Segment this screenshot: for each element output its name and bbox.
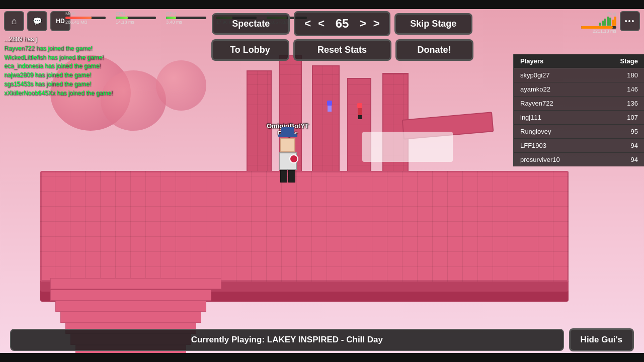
ping-bar-3	[604, 19, 606, 26]
cpu-stat: CPU 14.18 ms	[116, 11, 156, 25]
remote-player-1	[327, 101, 332, 112]
player-legs	[274, 170, 301, 183]
donate-button[interactable]: Donate!	[395, 39, 473, 61]
lb-player-3-stage: 136	[627, 100, 638, 107]
stack-4	[60, 312, 201, 323]
roblox-icons-row: ⌂ 💬 HD	[4, 11, 70, 31]
lb-player-6-stage: 94	[631, 142, 638, 149]
hat-brim	[278, 134, 297, 137]
bg-blob-3	[156, 60, 206, 111]
lb-player-4-stage: 107	[627, 114, 638, 121]
leaderboard-header: Players Stage	[514, 54, 644, 68]
mem-stat: Mem 286.41 MB	[65, 11, 106, 25]
player-leg-right	[288, 170, 295, 183]
lb-player-1-stage: 180	[627, 71, 638, 79]
stage-counter: < < 65 > >	[294, 11, 390, 36]
ping-panel: Ping 2211.18 ms	[581, 11, 616, 34]
tower-3	[312, 65, 340, 176]
leaderboard-row-1: skyp0gi27 180	[514, 68, 644, 82]
lb-player-3-name: Rayven722	[520, 100, 553, 107]
bottom-bar: Currently Playing: LAKEY INSPIRED - Chil…	[0, 327, 644, 353]
chat-line-1: ...2809 has j	[4, 35, 150, 44]
chat-panel: ...2809 has j Rayven722 has joined the g…	[4, 35, 150, 98]
ping-bar-4	[607, 17, 609, 26]
leaderboard-row-7: prosurviver10 94	[514, 153, 644, 166]
black-bar-bottom	[0, 353, 644, 362]
white-highlight	[362, 132, 453, 162]
chat-line-2: Rayven722 has joined the game!	[4, 44, 150, 53]
leaderboard-panel: Players Stage skyp0gi27 180 ayamko22 146…	[513, 54, 644, 166]
leaderboard-col-stage: Stage	[620, 57, 638, 65]
chat-line-7: xXkillerNoob645Xx has joined the game!	[4, 89, 150, 98]
lb-player-7-stage: 94	[631, 156, 638, 163]
prev-prev-button[interactable]: <	[302, 17, 313, 30]
mem-bar-fill	[65, 17, 92, 19]
prev-button[interactable]: <	[316, 17, 327, 30]
black-bar-top	[0, 0, 644, 9]
leaderboard-row-3: Rayven722 136	[514, 97, 644, 111]
ping-label: Ping	[607, 11, 616, 16]
next-button[interactable]: >	[358, 17, 368, 30]
leaderboard-row-4: ingj111 107	[514, 111, 644, 125]
lb-player-1-name: skyp0gi27	[520, 71, 550, 79]
leaderboard-row-5: Runglovey 95	[514, 125, 644, 139]
now-playing-song: LAKEY INSPIRED - Chill Day	[267, 335, 383, 344]
top-ui: Spectate < < 65 > > Skip Stage To Lobby …	[156, 11, 528, 61]
player-sprite	[274, 138, 301, 184]
skip-stage-button[interactable]: Skip Stage	[394, 13, 472, 35]
stack-2	[50, 290, 211, 301]
cpu-bar	[116, 17, 156, 19]
ping-bar-6	[612, 20, 614, 26]
chat-icon: 💬	[33, 17, 42, 26]
chat-button[interactable]: 💬	[27, 11, 47, 31]
leaderboard-row-2: ayamko22 146	[514, 82, 644, 97]
ping-bar-2	[602, 21, 604, 26]
player-leg-left	[280, 170, 287, 183]
ping-graph	[599, 17, 616, 26]
now-playing-text: Currently Playing: LAKEY INSPIRED - Chil…	[191, 335, 383, 344]
spectate-button[interactable]: Spectate	[212, 13, 290, 35]
ping-bar-7	[614, 17, 616, 26]
next-next-button[interactable]: >	[371, 17, 382, 30]
mem-value: 286.41 MB	[65, 20, 106, 25]
player-hat	[278, 127, 297, 137]
chat-line-6: sgs15453s has joined the game!	[4, 80, 150, 88]
player-crosshair	[289, 154, 298, 163]
lb-player-5-name: Runglovey	[520, 128, 551, 135]
remote-player-2	[357, 103, 362, 119]
ping-bar-1	[599, 23, 601, 26]
player-character-container: OmigiriBotYT Player	[267, 122, 309, 184]
chat-line-4: eca_indonesia has joined the game!	[4, 62, 150, 70]
chat-line-5: najwa2809 has joined the game!	[4, 71, 150, 79]
stage-number: 65	[330, 17, 355, 31]
hd-icon: HD	[56, 18, 64, 25]
menu-button[interactable]: •••	[620, 11, 640, 31]
lb-player-6-name: LFF1903	[520, 142, 546, 149]
ping-value: 2211.18 ms	[593, 29, 616, 34]
top-btn-row-2: To Lobby Reset Stats Donate!	[156, 39, 528, 61]
top-btn-row-1: Spectate < < 65 > > Skip Stage	[156, 11, 528, 36]
home-icon: ⌂	[12, 16, 17, 27]
hide-gui-button[interactable]: Hide Gui's	[569, 328, 634, 351]
now-playing-prefix: Currently Playing:	[191, 335, 265, 344]
leaderboard-row-6: LFF1903 94	[514, 139, 644, 153]
main-platform	[40, 171, 569, 282]
lb-player-7-name: prosurviver10	[520, 156, 560, 163]
menu-dots-icon: •••	[625, 17, 635, 25]
ping-bar-5	[609, 18, 611, 26]
lb-player-2-stage: 146	[627, 85, 638, 93]
roblox-home-button[interactable]: ⌂	[4, 11, 24, 31]
chat-line-3: WickedLittlefish has joined the game!	[4, 53, 150, 62]
now-playing-box: Currently Playing: LAKEY INSPIRED - Chil…	[10, 329, 564, 351]
lb-player-5-stage: 95	[631, 128, 638, 135]
cpu-label: CPU	[116, 11, 156, 16]
lb-player-4-name: ingj111	[520, 114, 541, 121]
cpu-bar-fill	[116, 17, 128, 19]
stack-1	[50, 278, 221, 289]
reset-stats-button[interactable]: Reset Stats	[293, 39, 391, 61]
mem-bar	[65, 17, 106, 19]
stack-3	[55, 301, 206, 312]
to-lobby-button[interactable]: To Lobby	[211, 39, 289, 61]
player-head	[280, 138, 295, 152]
mem-label: Mem	[65, 11, 106, 16]
